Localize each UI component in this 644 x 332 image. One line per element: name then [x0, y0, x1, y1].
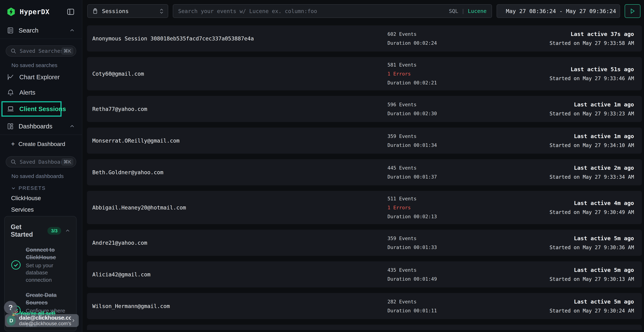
user-subtitle: dale@clickhouse.com's [19, 321, 71, 326]
last-active: Last active 1m ago [550, 101, 634, 108]
sidebar-item-client-sessions[interactable]: Client Sessions [2, 101, 62, 117]
select-carets-icon [160, 8, 164, 14]
last-active: Last active 2m ago [550, 164, 634, 171]
event-search-input[interactable]: Search your events w/ Lucene ex. column:… [173, 4, 492, 18]
saved-dashboards-input[interactable]: Saved Dashboards ⌘K [6, 156, 76, 168]
saved-dashboards-placeholder: Saved Dashboards [20, 159, 61, 165]
session-times: Last active 4m ago Started on May 27 9:3… [550, 200, 634, 215]
session-times: Last active 2m ago Started on May 27 9:3… [550, 164, 634, 180]
chevron-up-icon[interactable] [70, 28, 75, 33]
session-stats: 359 Events Duration 00:01:33 [388, 236, 437, 250]
events-count: 581 Events [388, 62, 437, 68]
session-row[interactable]: Alicia42@gmail.com 435 Events Duration 0… [87, 261, 642, 288]
started-on: Started on May 27 9:30:13 AM [550, 276, 634, 282]
session-stats: 282 Events Duration 00:01:11 [388, 299, 437, 314]
session-row[interactable]: Coty60@gmail.com 581 Events 1 Errors Dur… [87, 57, 642, 90]
events-count: 596 Events [388, 102, 437, 107]
dashboards-label: Dashboards [18, 123, 52, 130]
session-times: Last active 1m ago Started on May 27 9:3… [550, 101, 634, 117]
presets-toggle[interactable]: PRESETS [11, 185, 82, 191]
session-row[interactable]: Andre21@yahoo.com 359 Events Duration 00… [87, 230, 642, 256]
sidebar-item-search[interactable]: Search [0, 22, 82, 39]
session-row[interactable]: Abbigail.Heaney20@hotmail.com 511 Events… [87, 191, 642, 224]
check-circle-icon [11, 260, 21, 270]
session-duration: Duration 00:02:30 [388, 111, 437, 116]
session-name: Anonymous Session 308018eb535facd7cec337… [92, 36, 388, 42]
checklist-title: Connect to ClickHouse [26, 246, 70, 261]
last-active: Last active 5m ago [550, 267, 634, 273]
source-select[interactable]: Sessions [87, 4, 168, 18]
user-email: dale@clickhouse.com [19, 315, 71, 321]
events-count: 359 Events [388, 236, 437, 241]
checklist-desc: Set up your database connection [26, 262, 70, 284]
events-count: 511 Events [388, 196, 437, 202]
started-on: Started on May 27 9:33:34 AM [550, 174, 634, 180]
session-row-partial[interactable] [87, 325, 642, 330]
preset-services[interactable]: Services [0, 204, 82, 215]
dashboard-grid-icon [7, 123, 14, 130]
events-count: 602 Events [388, 31, 437, 37]
session-row[interactable]: Retha77@yahoo.com 596 Events Duration 00… [87, 96, 642, 122]
session-duration: Duration 00:01:33 [388, 244, 437, 250]
session-stats: 581 Events 1 Errors Duration 00:02:21 [388, 62, 437, 86]
no-saved-dashboards-text: No saved dashboards [12, 173, 82, 179]
chevron-up-icon[interactable] [70, 124, 75, 129]
play-icon [630, 8, 635, 14]
chevron-right-icon [71, 318, 76, 323]
session-stats: 602 Events Duration 00:02:24 [388, 31, 437, 46]
sql-mode-toggle[interactable]: SQL [449, 8, 458, 14]
hyperdx-logo-icon [6, 7, 16, 16]
session-times: Last active 1m ago Started on May 27 9:3… [550, 133, 634, 148]
session-stats: 359 Events Duration 00:01:34 [388, 134, 437, 148]
session-times: Last active 37s ago Started on May 27 9:… [550, 31, 634, 46]
checklist-item-connect[interactable]: Connect to ClickHouse Set up your databa… [11, 246, 70, 284]
session-row[interactable]: Anonymous Session 308018eb535facd7cec337… [87, 26, 642, 52]
run-query-button[interactable] [625, 4, 640, 18]
session-name: Alicia42@gmail.com [92, 271, 388, 278]
time-range-picker[interactable]: May 27 08:36:24 - May 27 09:36:24 [496, 4, 620, 18]
last-active: Last active 4m ago [550, 200, 634, 206]
lucene-mode-toggle[interactable]: Lucene [468, 8, 486, 14]
sidebar-search-label: Search [18, 27, 38, 34]
client-sessions-label: Client Sessions [19, 105, 66, 112]
sidebar-collapse-icon[interactable] [66, 8, 75, 16]
session-row[interactable]: Beth.Goldner@yahoo.com 445 Events Durati… [87, 159, 642, 185]
help-button[interactable]: ? [4, 301, 17, 314]
started-on: Started on May 27 9:30:24 AM [550, 308, 634, 314]
create-dashboard-button[interactable]: + Create Dashboard [0, 135, 82, 150]
saved-searches-input[interactable]: Saved Searches ⌘K [6, 46, 76, 56]
session-duration: Duration 00:01:37 [388, 174, 437, 180]
presets-label: PRESETS [18, 185, 46, 191]
preset-clickhouse[interactable]: ClickHouse [0, 192, 82, 204]
session-duration: Duration 00:02:24 [388, 40, 437, 46]
started-on: Started on May 27 9:33:46 AM [550, 76, 634, 82]
sidebar-item-alerts[interactable]: Alerts [0, 85, 82, 100]
no-saved-searches-text: No saved searches [12, 62, 82, 68]
session-duration: Duration 00:01:49 [388, 276, 437, 282]
session-stats: 445 Events Duration 00:01:37 [388, 165, 437, 180]
session-times: Last active 5m ago Started on May 27 9:3… [550, 298, 634, 314]
sidebar-item-dashboards[interactable]: Dashboards [0, 118, 82, 135]
session-list: Anonymous Session 308018eb535facd7cec337… [82, 22, 644, 332]
session-stats: 511 Events 1 Errors Duration 00:02:13 [388, 196, 437, 219]
last-active: Last active 5m ago [550, 298, 634, 305]
session-row[interactable]: Monserrat.OReilly@gmail.com 359 Events D… [87, 128, 642, 154]
main-area: Sessions Search your events w/ Lucene ex… [82, 0, 644, 332]
get-started-header[interactable]: Get Started 3/3 [11, 223, 70, 238]
saved-searches-placeholder: Saved Searches [20, 48, 61, 54]
session-times: Last active 5m ago Started on May 27 9:3… [550, 235, 634, 250]
database-icon [92, 8, 98, 14]
user-menu[interactable]: D dale@clickhouse.com dale@clickhouse.co… [5, 314, 79, 327]
session-row[interactable]: Wilson_Hermann@gmail.com 282 Events Dura… [87, 293, 642, 319]
journal-icon [7, 27, 14, 34]
events-count: 445 Events [388, 165, 437, 171]
search-placeholder: Search your events w/ Lucene ex. column:… [178, 8, 449, 14]
session-times: Last active 5m ago Started on May 27 9:3… [550, 267, 634, 282]
sidebar-item-chart-explorer[interactable]: Chart Explorer [0, 70, 82, 85]
cmd-k-shortcut: ⌘K [61, 48, 73, 55]
last-active: Last active 51s ago [550, 66, 634, 72]
session-times: Last active 51s ago Started on May 27 9:… [550, 66, 634, 82]
chevron-up-icon[interactable] [65, 228, 70, 234]
app-title: HyperDX [20, 8, 50, 16]
search-icon [10, 159, 16, 165]
